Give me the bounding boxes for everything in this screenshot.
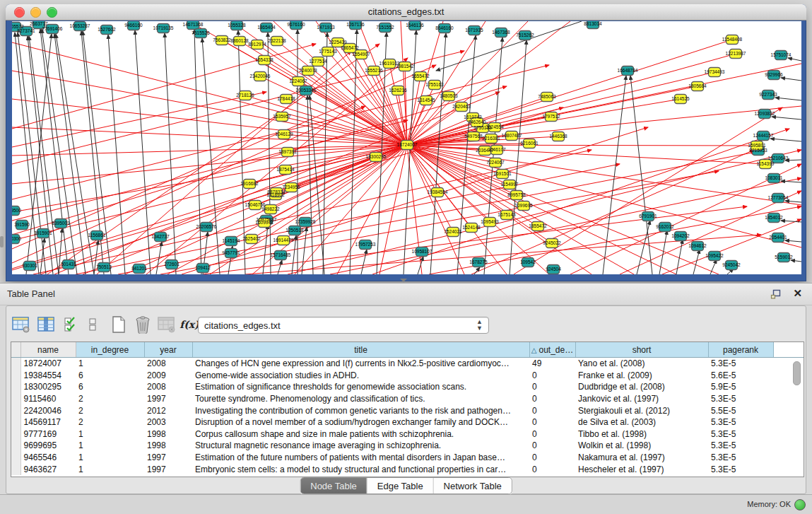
table-cell[interactable]: Investigating the contribution of common… (192, 404, 529, 416)
table-cell[interactable]: 5.6E-5 (708, 370, 773, 382)
table-cell[interactable]: Estimation of the future numbers of pati… (192, 452, 529, 464)
network-canvas[interactable]: 9405572827374126637172769140610653287152… (12, 21, 801, 274)
table-cell[interactable]: 1 (76, 428, 144, 440)
table-cell[interactable]: de Silva et al. (2003) (575, 416, 708, 428)
table-cell[interactable]: 6 (76, 381, 144, 393)
table-cell[interactable]: Tibbo et al. (1998) (575, 428, 708, 440)
delete-column-icon[interactable] (132, 315, 153, 334)
table-cell[interactable]: 1998 (144, 440, 192, 452)
table-cell[interactable]: 49 (529, 358, 575, 370)
table-cell[interactable]: 1997 (144, 452, 192, 464)
tab-edge-table[interactable]: Edge Table (367, 478, 434, 493)
column-header-year[interactable]: year (144, 342, 192, 358)
table-row[interactable]: 2242004622012Investigating the contribut… (11, 404, 804, 416)
table-cell[interactable]: 5.3E-5 (708, 358, 773, 370)
table-cell[interactable]: 0 (529, 381, 575, 393)
table-cell[interactable]: 0 (529, 452, 575, 464)
table-cell[interactable]: Embryonic stem cells: a model to study s… (192, 463, 529, 475)
column-header-out_de…[interactable]: △out_de… (529, 342, 575, 358)
table-cell[interactable]: 1998 (144, 428, 192, 440)
table-cell[interactable]: 5.3E-5 (708, 440, 773, 452)
table-cell[interactable]: 9463627 (20, 463, 76, 475)
column-header-short[interactable]: short (575, 342, 708, 358)
hide-columns-icon[interactable] (86, 315, 100, 334)
window-titlebar[interactable]: citations_edges.txt (6, 4, 806, 21)
table-cell[interactable]: 1 (76, 440, 144, 452)
table-cell[interactable]: Yano et al. (2008) (575, 358, 708, 370)
table-cell[interactable]: 9777169 (20, 428, 76, 440)
table-cell[interactable]: 0 (529, 404, 575, 416)
table-cell[interactable]: 9699695 (20, 440, 76, 452)
create-column-icon[interactable] (108, 315, 129, 334)
table-cell[interactable]: Changes of HCN gene expression and I(f) … (192, 358, 529, 370)
table-cell[interactable]: Nakamura et al. (1997) (575, 452, 708, 464)
tab-network-table[interactable]: Network Table (434, 478, 512, 493)
tab-node-table[interactable]: Node Table (300, 478, 367, 493)
table-row[interactable]: 1830029562008Estimation of significance … (11, 381, 804, 393)
table-row[interactable]: 911546021997Tourette syndrome. Phenomeno… (11, 393, 804, 405)
table-cell[interactable]: Hescheler et al. (1997) (575, 463, 708, 475)
table-cell[interactable]: 2 (76, 393, 144, 405)
table-cell[interactable]: 18300295 (20, 381, 76, 393)
table-cell[interactable]: Franke et al. (2009) (575, 370, 708, 382)
node-table[interactable]: namein_degreeyeartitle△out_de…shortpager… (11, 341, 804, 477)
table-cell[interactable]: 5.9E-5 (708, 381, 773, 393)
table-cell[interactable]: Tourette syndrome. Phenomenology and cla… (192, 393, 529, 405)
table-selector-dropdown[interactable]: citations_edges.txt ▲▼ (198, 317, 489, 334)
table-cell[interactable]: Wolkin et al. (1998) (575, 440, 708, 452)
table-cell[interactable]: Stergiakouli et al. (2012) (575, 404, 708, 416)
table-cell[interactable]: 5.3E-5 (708, 416, 773, 428)
table-cell[interactable]: 2012 (144, 404, 192, 416)
table-cell[interactable]: 1 (76, 358, 144, 370)
show-columns-icon[interactable] (36, 315, 57, 334)
table-cell[interactable]: 2009 (144, 370, 192, 382)
table-cell[interactable]: 2008 (144, 358, 192, 370)
column-header-title[interactable]: title (192, 342, 529, 358)
table-cell[interactable]: 5.5E-5 (708, 404, 773, 416)
table-body[interactable]: 1872400712008Changes of HCN gene express… (11, 358, 804, 475)
table-cell[interactable]: Corpus callosum shape and size in male p… (192, 428, 529, 440)
table-row[interactable]: 977716911998Corpus callosum shape and si… (11, 428, 804, 440)
table-cell[interactable]: Estimation of significance thresholds fo… (192, 381, 529, 393)
table-row[interactable]: 1456911722003Disruption of a novel membe… (11, 416, 804, 428)
table-cell[interactable]: 2003 (144, 416, 192, 428)
table-cell[interactable]: 9465546 (20, 452, 76, 464)
table-cell[interactable]: 0 (529, 393, 575, 405)
table-cell[interactable]: 22420046 (20, 404, 76, 416)
close-panel-icon[interactable]: ✕ (793, 287, 802, 300)
table-cell[interactable]: 2 (76, 416, 144, 428)
table-header-row[interactable]: namein_degreeyeartitle△out_de…shortpager… (11, 342, 804, 358)
table-scrollbar-thumb[interactable] (793, 361, 801, 385)
table-row[interactable]: 1872400712008Changes of HCN gene express… (11, 358, 804, 370)
table-cell[interactable]: 6 (76, 370, 144, 382)
table-cell[interactable]: 0 (529, 440, 575, 452)
table-cell[interactable]: 2 (76, 404, 144, 416)
table-cell[interactable]: 19384554 (20, 370, 76, 382)
table-cell[interactable]: 1997 (144, 463, 192, 475)
table-row[interactable]: 946554611997Estimation of the future num… (11, 452, 804, 464)
table-cell[interactable]: Dudbridge et al. (2008) (575, 381, 708, 393)
table-cell[interactable]: 1 (76, 463, 144, 475)
table-row[interactable]: 946362711997Embryonic stem cells: a mode… (11, 463, 804, 475)
table-row[interactable]: 969969511998Structural magnetic resonanc… (11, 440, 804, 452)
table-cell[interactable]: 0 (529, 370, 575, 382)
table-cell[interactable]: 2008 (144, 381, 192, 393)
table-cell[interactable]: 18724007 (20, 358, 76, 370)
table-cell[interactable]: 5.3E-5 (708, 393, 773, 405)
node-table-grid[interactable]: namein_degreeyeartitle△out_de…shortpager… (11, 342, 804, 475)
function-builder-icon[interactable]: f(x) (179, 315, 200, 334)
table-cell[interactable]: 1997 (144, 393, 192, 405)
table-cell[interactable]: Disruption of a novel member of a sodium… (192, 416, 529, 428)
column-header-name[interactable]: name (20, 342, 76, 358)
table-cell[interactable]: Structural magnetic resonance image aver… (192, 440, 529, 452)
left-panel-grip[interactable] (0, 236, 4, 247)
table-cell[interactable]: 5.3E-5 (708, 463, 773, 475)
table-cell[interactable]: 14569117 (20, 416, 76, 428)
network-canvas-svg[interactable]: 9405572827374126637172769140610653287152… (12, 21, 801, 274)
table-cell[interactable]: Jankovic et al. (1997) (575, 393, 708, 405)
table-cell[interactable]: 1 (76, 452, 144, 464)
table-cell[interactable]: 0 (529, 428, 575, 440)
table-mode-icon[interactable] (11, 315, 32, 334)
table-cell[interactable]: 5.3E-5 (708, 452, 773, 464)
table-cell[interactable]: 9115460 (20, 393, 76, 405)
